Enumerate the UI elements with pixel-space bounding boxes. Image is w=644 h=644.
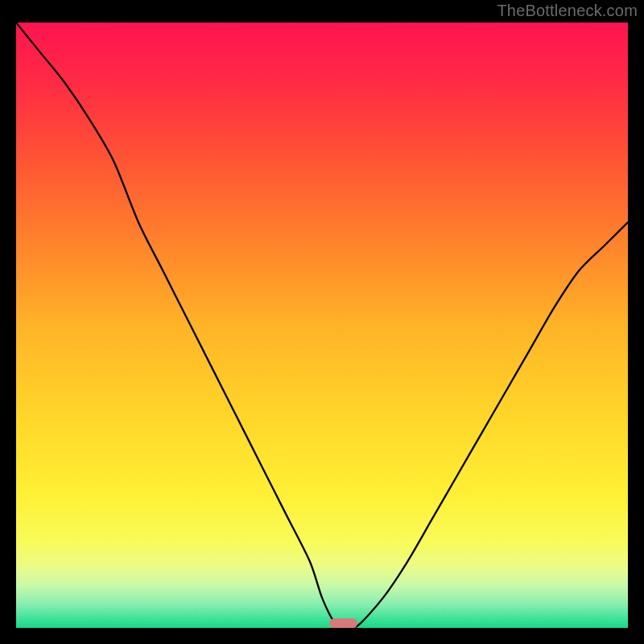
gradient-background: [16, 23, 628, 628]
chart-svg: [16, 23, 628, 628]
plot-area: [16, 23, 628, 628]
optimal-marker: [330, 619, 357, 628]
chart-frame: TheBottleneck.com: [0, 0, 644, 644]
watermark-text: TheBottleneck.com: [497, 2, 638, 20]
